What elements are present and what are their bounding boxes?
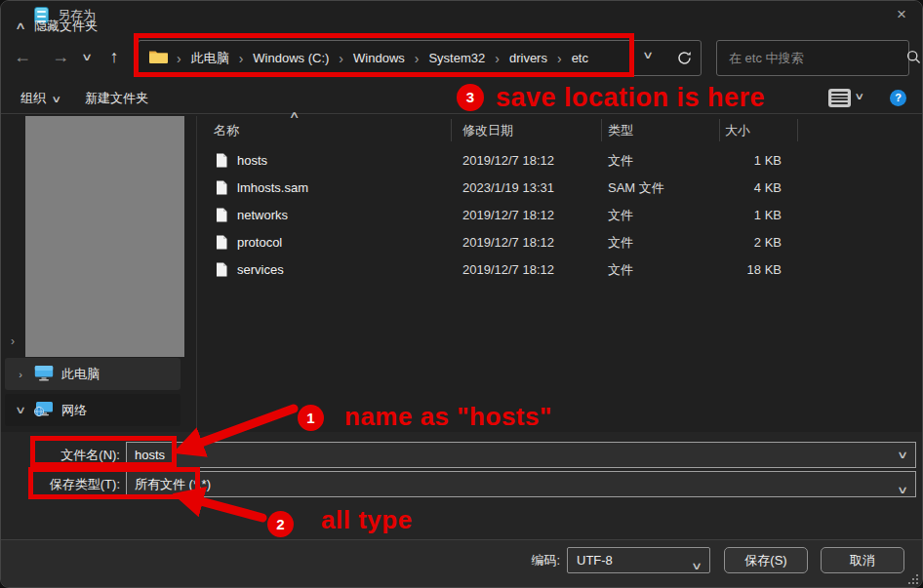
file-row[interactable]: lmhosts.sam 2023/1/19 13:31 SAM 文件 4 KB xyxy=(198,175,823,202)
annotation-text-2: all type xyxy=(321,505,413,535)
column-divider[interactable] xyxy=(797,119,798,141)
sidebar-item-label: 此电脑 xyxy=(61,366,100,383)
chevron-down-icon[interactable]: ∨ xyxy=(9,404,32,416)
sidebar-item-this-pc[interactable]: › 此电脑 xyxy=(5,358,181,390)
file-size: 1 KB xyxy=(684,202,782,229)
column-divider[interactable] xyxy=(601,119,602,141)
encoding-label: 编码: xyxy=(489,547,560,573)
network-icon xyxy=(34,401,54,420)
sidebar-item-label: 网络 xyxy=(61,402,87,419)
column-header-name[interactable]: 名称 xyxy=(214,116,239,145)
address-dropdown-chevron-icon[interactable]: ∨ xyxy=(632,49,664,61)
up-button[interactable]: ↑ xyxy=(99,42,130,73)
annotation-arrow-2 xyxy=(157,481,274,529)
this-pc-monitor-icon xyxy=(34,365,54,384)
save-button[interactable]: 保存(S) xyxy=(724,547,808,573)
file-type: 文件 xyxy=(608,229,633,256)
annotation-rect-save-location xyxy=(134,33,634,77)
sort-ascending-icon: ∧ xyxy=(289,109,301,120)
column-header-type[interactable]: 类型 xyxy=(608,116,633,145)
column-divider[interactable] xyxy=(451,119,452,141)
file-icon xyxy=(216,262,227,280)
file-type: 文件 xyxy=(608,202,633,229)
file-type: 文件 xyxy=(608,256,633,284)
search-box xyxy=(716,40,909,76)
column-divider[interactable] xyxy=(719,119,720,141)
chevron-down-icon[interactable]: ∨ xyxy=(897,449,908,461)
chevron-down-icon: ∨ xyxy=(51,84,61,114)
chevron-up-icon: ∧ xyxy=(15,20,26,32)
divider xyxy=(1,113,922,114)
file-name: lmhosts.sam xyxy=(237,175,308,202)
save-as-dialog: 另存为 × ← → ∨ ↑ › 此电脑 › Windows (C:) › Win… xyxy=(0,0,923,588)
search-input[interactable] xyxy=(717,51,906,65)
file-type: 文件 xyxy=(608,147,633,175)
file-date: 2019/12/7 18:12 xyxy=(462,229,554,256)
file-size: 4 KB xyxy=(684,175,782,202)
search-icon[interactable] xyxy=(906,50,921,67)
file-name: protocol xyxy=(237,229,282,256)
title-bar: 另存为 × xyxy=(1,1,922,30)
file-date: 2019/12/7 18:12 xyxy=(462,202,554,229)
annotation-badge-3: 3 xyxy=(457,84,484,111)
file-row[interactable]: protocol 2019/12/7 18:12 文件 2 KB xyxy=(198,229,823,256)
column-header-size[interactable]: 大小 xyxy=(725,116,750,145)
file-type: SAM 文件 xyxy=(608,175,664,202)
file-icon xyxy=(216,180,227,198)
file-name: services xyxy=(237,256,284,284)
file-icon xyxy=(216,208,227,225)
hide-folders-button[interactable]: ∧ 隐藏文件夹 xyxy=(17,1,98,51)
file-icon xyxy=(216,235,227,253)
resize-grip[interactable] xyxy=(908,574,918,584)
file-date: 2019/12/7 18:12 xyxy=(462,147,554,175)
refresh-icon[interactable] xyxy=(676,50,698,67)
encoding-value: UTF-8 xyxy=(577,553,613,568)
organize-label: 组织 xyxy=(20,91,46,105)
file-icon xyxy=(216,153,227,171)
file-name: hosts xyxy=(237,147,267,175)
cancel-button[interactable]: 取消 xyxy=(821,547,904,573)
new-folder-button[interactable]: 新建文件夹 xyxy=(85,83,148,113)
tree-expander-chevron-icon[interactable]: › xyxy=(11,334,15,348)
encoding-select[interactable]: UTF-8 ∨ xyxy=(567,547,710,573)
folder-tree-placeholder xyxy=(25,116,184,357)
annotation-text-1: name as "hosts" xyxy=(344,402,552,432)
annotation-text-3: save location is here xyxy=(496,83,765,113)
file-date: 2023/1/19 13:31 xyxy=(462,175,554,202)
divider xyxy=(196,116,197,432)
file-size: 2 KB xyxy=(684,229,782,256)
file-name: networks xyxy=(237,202,288,229)
chevron-down-icon[interactable]: ∨ xyxy=(897,478,908,502)
file-date: 2019/12/7 18:12 xyxy=(462,256,554,284)
annotation-arrow-1 xyxy=(147,391,313,474)
file-row[interactable]: networks 2019/12/7 18:12 文件 1 KB xyxy=(198,202,823,229)
organize-button[interactable]: 组织∨ xyxy=(20,83,60,113)
chevron-down-icon: ∨ xyxy=(691,554,702,578)
column-header-date[interactable]: 修改日期 xyxy=(462,116,513,145)
file-size: 18 KB xyxy=(684,256,782,284)
file-row[interactable]: hosts 2019/12/7 18:12 文件 1 KB xyxy=(198,147,823,175)
hide-folders-label: 隐藏文件夹 xyxy=(34,18,98,35)
chevron-right-icon[interactable]: › xyxy=(13,369,28,380)
view-chevron-down-icon[interactable]: ∨ xyxy=(854,91,864,101)
file-size: 1 KB xyxy=(684,147,782,175)
help-icon[interactable]: ? xyxy=(890,90,906,106)
view-options-icon[interactable] xyxy=(828,89,851,107)
file-row[interactable]: services 2019/12/7 18:12 文件 18 KB xyxy=(198,256,823,284)
close-icon[interactable]: × xyxy=(881,1,922,30)
